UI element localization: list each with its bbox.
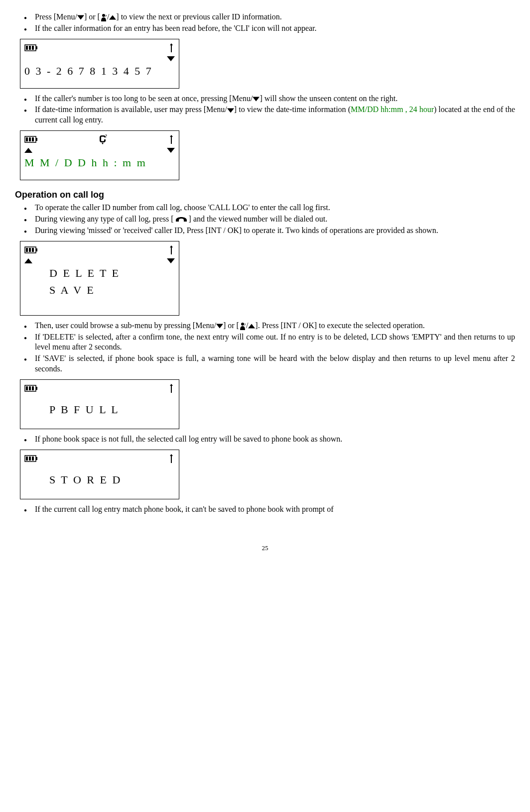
lcd4-line: P B F U L L xyxy=(24,403,175,417)
op-b3: During viewing 'missed' or 'received' ca… xyxy=(24,226,515,236)
after-lcd1-b1: If the caller's number is too long to be… xyxy=(24,94,515,104)
down-arrow-icon xyxy=(167,258,175,263)
page-number: 25 xyxy=(15,544,515,553)
signal-icon xyxy=(168,245,175,254)
green-text: MM/DD hh:mm , 24 hour xyxy=(351,105,434,114)
after-lcd5-b1: If the current call log entry match phon… xyxy=(24,504,515,515)
lcd-screen-4: P B F U L L xyxy=(20,379,179,429)
menu-down-icon xyxy=(227,108,234,113)
intro-bullet-2: If the caller information for an entry h… xyxy=(24,23,515,34)
lcd-screen-3: D E L E T E S A V E xyxy=(20,241,179,316)
text: Then, user could browse a sub-menu by pr… xyxy=(35,321,216,330)
intro-bullet-1: Press [Menu/] or [/] to view the next or… xyxy=(24,12,515,22)
down-arrow-icon xyxy=(167,56,175,61)
up-arrow-icon xyxy=(24,148,32,153)
text: If date-time information is available, u… xyxy=(35,105,227,114)
after-lcd4-list: If phone book space is not full, the sel… xyxy=(15,434,515,445)
after-lcd5-list: If the current call log entry match phon… xyxy=(15,504,515,515)
battery-icon xyxy=(24,246,38,254)
up-key-icon xyxy=(248,324,255,329)
signal-icon xyxy=(168,43,175,52)
signal-icon xyxy=(168,135,175,144)
down-arrow-icon xyxy=(167,148,175,153)
lcd3-line1: D E L E T E xyxy=(24,266,175,281)
phone-hook-icon xyxy=(174,216,189,224)
text: Press [Menu/ xyxy=(35,12,77,21)
section-heading: Operation on call log xyxy=(15,189,515,201)
lcd-screen-2: M M / D D h h : m m xyxy=(20,130,179,180)
lcd5-line: S T O R E D xyxy=(24,473,175,487)
up-key-icon xyxy=(109,15,116,20)
text: If the caller's number is too long to be… xyxy=(35,94,253,103)
text: ] and the viewed number will be dialed o… xyxy=(189,215,328,223)
intro-list: Press [Menu/] or [/] to view the next or… xyxy=(15,12,515,34)
lcd3-line2: S A V E xyxy=(24,283,175,298)
battery-icon xyxy=(24,135,38,143)
menu-down-icon xyxy=(77,15,84,20)
signal-icon xyxy=(168,384,175,393)
after-lcd1-b2: If date-time information is available, u… xyxy=(24,105,515,125)
text: ] will show the unseen content on the ri… xyxy=(260,94,398,103)
text: ] to view the date-time information ( xyxy=(234,105,351,114)
op-b1: To operate the caller ID number from cal… xyxy=(24,203,515,213)
lcd1-line: 0 3 - 2 6 7 8 1 3 4 5 7 xyxy=(24,64,175,79)
lcd-screen-1: 0 3 - 2 6 7 8 1 3 4 5 7 xyxy=(20,39,179,89)
text: ] or [ xyxy=(223,321,239,330)
text: ]. Press [INT / OK] to execute the selec… xyxy=(255,321,424,330)
phone-question-icon xyxy=(99,134,108,144)
after-lcd3-b2: If 'DELETE' is selected, after a confirm… xyxy=(24,332,515,353)
op-list: To operate the caller ID number from cal… xyxy=(15,203,515,235)
battery-icon xyxy=(24,44,38,52)
text: ] to view the next or previous caller ID… xyxy=(116,12,281,21)
after-lcd1-list: If the caller's number is too long to be… xyxy=(15,94,515,125)
person-icon xyxy=(100,13,107,21)
lcd-screen-5: S T O R E D xyxy=(20,450,179,499)
up-arrow-icon xyxy=(24,258,32,263)
after-lcd3-b3: If 'SAVE' is selected, if phone book spa… xyxy=(24,353,515,374)
battery-icon xyxy=(24,384,38,392)
signal-icon xyxy=(168,454,175,463)
after-lcd3-b1: Then, user could browse a sub-menu by pr… xyxy=(24,321,515,331)
lcd2-line: M M / D D h h : m m xyxy=(24,156,175,170)
text: ] or [ xyxy=(84,12,100,21)
text: During viewing any type of call log, pre… xyxy=(35,215,174,223)
battery-icon xyxy=(24,455,38,463)
menu-down-icon xyxy=(253,97,260,102)
op-b2: During viewing any type of call log, pre… xyxy=(24,214,515,225)
menu-down-icon xyxy=(216,324,223,329)
after-lcd3-list: Then, user could browse a sub-menu by pr… xyxy=(15,321,515,374)
person-icon xyxy=(239,322,246,330)
after-lcd4-b1: If phone book space is not full, the sel… xyxy=(24,434,515,445)
